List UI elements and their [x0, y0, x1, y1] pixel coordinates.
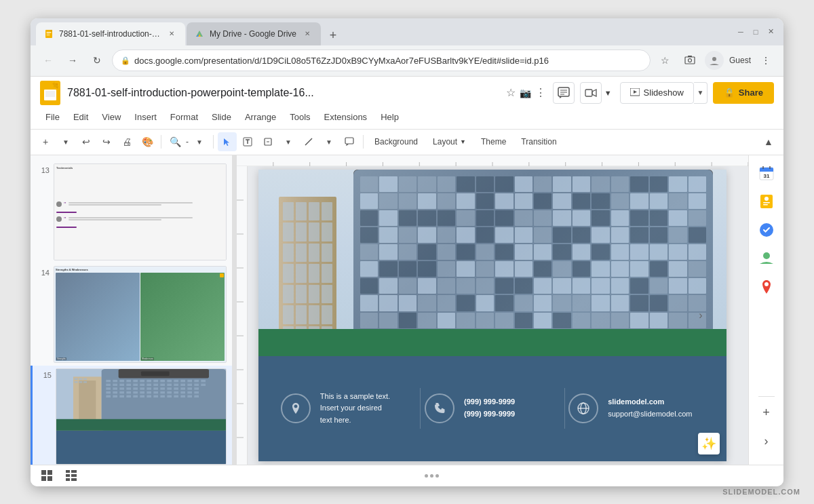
menu-view[interactable]: View: [96, 109, 126, 125]
url-bar[interactable]: 🔒 docs.google.com/presentation/d/1D9CiL0…: [112, 50, 651, 71]
rb-window: [573, 193, 590, 209]
menu-format[interactable]: Format: [165, 109, 204, 125]
address-bar-right: ☆ Guest ⋮: [656, 51, 775, 70]
menu-insert[interactable]: Insert: [129, 109, 162, 125]
layout-button[interactable]: Layout ▼: [426, 132, 473, 151]
menu-tools[interactable]: Tools: [284, 109, 315, 125]
chrome-menu-button[interactable]: ⋮: [756, 51, 775, 70]
screenshot-button[interactable]: [680, 51, 699, 70]
google-maps-button[interactable]: [754, 275, 779, 299]
slide-canvas[interactable]: This is a sample text. Insert your desir…: [258, 170, 726, 461]
menu-arrange[interactable]: Arrange: [239, 109, 282, 125]
svg-rect-34: [345, 138, 353, 144]
shape-tool[interactable]: [258, 132, 277, 151]
paint-format-button[interactable]: 🎨: [138, 132, 157, 151]
slide14-card-2: Weaknesses: [140, 273, 225, 361]
rb-window: [611, 227, 629, 243]
svg-rect-82: [133, 388, 138, 390]
zoom-out-btn[interactable]: ›: [754, 429, 779, 454]
profile-button[interactable]: [705, 51, 724, 70]
slide-item-15[interactable]: 15: [31, 366, 232, 464]
slide14-title-text: Strengths & Weaknesses: [56, 268, 225, 271]
reload-button[interactable]: ↻: [88, 51, 106, 70]
ruler-top: [237, 155, 748, 166]
close-button[interactable]: ✕: [766, 27, 775, 37]
svg-rect-114: [160, 395, 165, 398]
menu-extensions[interactable]: Extensions: [319, 109, 373, 125]
more-icon[interactable]: ⋮: [535, 86, 546, 99]
share-button[interactable]: 🔒 Share: [713, 82, 774, 104]
smart-compose-button[interactable]: ✨: [698, 433, 720, 454]
tab-slides[interactable]: 7881-01-self-introduction-powe... ✕: [36, 22, 185, 45]
rb-window: [669, 210, 686, 226]
line-caret[interactable]: ▼: [319, 132, 338, 151]
menu-help[interactable]: Help: [375, 109, 404, 125]
svg-marker-27: [224, 138, 229, 146]
meet-button[interactable]: [580, 82, 602, 104]
comment-button[interactable]: [553, 82, 575, 104]
rb-window: [379, 210, 397, 226]
slideshow-caret[interactable]: ▼: [694, 82, 708, 104]
comment-tool[interactable]: [340, 132, 359, 151]
svg-marker-24: [592, 90, 596, 96]
back-button[interactable]: ←: [39, 51, 58, 70]
nav-dot-2: [430, 474, 433, 478]
bookmark-button[interactable]: ☆: [656, 51, 675, 70]
google-calendar-button[interactable]: 31: [754, 161, 779, 185]
main-content: 13 Testimonials ": [31, 155, 783, 465]
rb-window: [476, 227, 494, 243]
google-tasks-button[interactable]: [754, 218, 779, 242]
svg-rect-151: [760, 170, 773, 172]
grid-view-button[interactable]: [39, 467, 55, 484]
canvas-area[interactable]: This is a sample text. Insert your desir…: [237, 166, 748, 465]
menu-edit[interactable]: Edit: [68, 109, 94, 125]
redo-button[interactable]: ↪: [97, 132, 116, 151]
svg-rect-88: [174, 388, 178, 390]
svg-rect-39: [75, 379, 78, 380]
camera-icon[interactable]: 📷: [520, 88, 531, 98]
google-keep-button[interactable]: [754, 189, 779, 214]
collapse-toolbar-button[interactable]: ▲: [759, 132, 778, 151]
rb-window: [573, 244, 590, 260]
menu-file[interactable]: File: [40, 109, 65, 125]
svg-rect-47: [141, 372, 170, 376]
undo-button[interactable]: ↩: [77, 132, 96, 151]
rb-window: [418, 227, 435, 243]
next-slide-button[interactable]: ›: [694, 309, 708, 322]
transition-button[interactable]: Transition: [514, 132, 563, 151]
cursor-tool[interactable]: [218, 132, 237, 151]
line-tool[interactable]: [299, 132, 318, 151]
theme-button[interactable]: Theme: [474, 132, 513, 151]
google-contacts-button[interactable]: [754, 246, 779, 271]
forward-button[interactable]: →: [63, 51, 82, 70]
star-icon[interactable]: ☆: [506, 86, 516, 99]
shape-caret[interactable]: ▼: [279, 132, 298, 151]
new-tab-button[interactable]: +: [324, 26, 343, 45]
tab2-close[interactable]: ✕: [302, 28, 313, 39]
svg-rect-95: [126, 391, 131, 393]
minimize-button[interactable]: ─: [736, 27, 745, 37]
slide-item-13[interactable]: 13 Testimonials ": [31, 161, 232, 263]
print-button[interactable]: 🖨: [117, 132, 136, 151]
add-caret[interactable]: ▼: [56, 132, 75, 151]
tab1-close[interactable]: ✕: [166, 28, 177, 39]
zoom-caret[interactable]: ▼: [190, 132, 209, 151]
add-button[interactable]: +: [36, 132, 55, 151]
rb-window: [669, 278, 686, 294]
background-button[interactable]: Background: [368, 132, 425, 151]
svg-rect-108: [119, 395, 124, 398]
slideshow-button[interactable]: Slideshow: [620, 82, 694, 104]
tab-drive[interactable]: My Drive - Google Drive ✕: [187, 22, 321, 45]
text-tool[interactable]: [238, 132, 257, 151]
strip-view-button[interactable]: [63, 467, 79, 484]
slide13-title-text: Testimonials: [56, 166, 224, 170]
slide-thumb-13: Testimonials ": [54, 163, 227, 260]
zoom-out-button[interactable]: 🔍: [166, 132, 185, 151]
zoom-in-button[interactable]: +: [754, 401, 779, 425]
menu-slide[interactable]: Slide: [206, 109, 237, 125]
rb-window: [476, 244, 494, 260]
transition-label: Transition: [521, 137, 556, 147]
slide-item-14[interactable]: 14 Strengths & Weaknesses Strengths Weak…: [31, 263, 232, 366]
location-icon: [281, 393, 311, 423]
maximize-button[interactable]: □: [751, 27, 760, 37]
